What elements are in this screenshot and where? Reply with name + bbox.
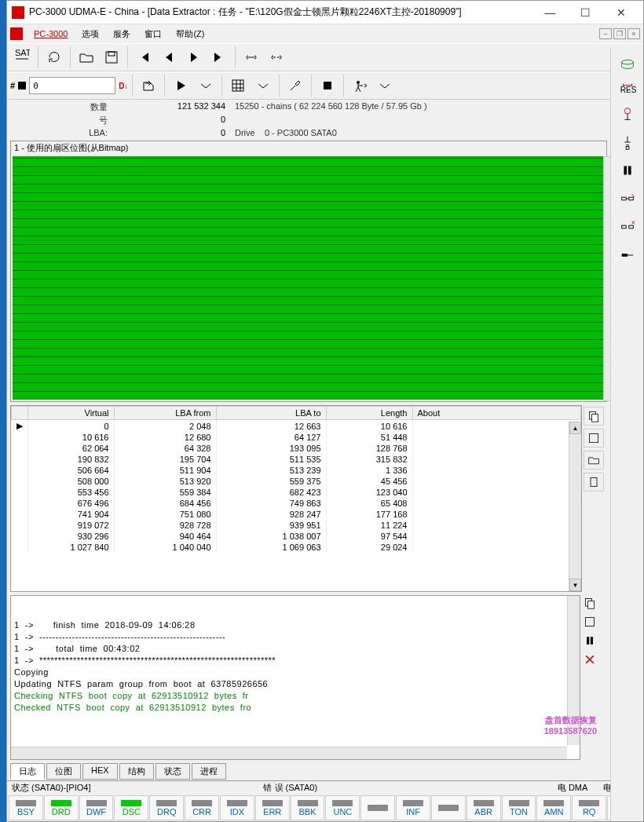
- menu-window[interactable]: 窗口: [138, 26, 168, 42]
- tab-hex[interactable]: HEX: [82, 763, 118, 780]
- svg-rect-14: [591, 637, 593, 645]
- col-about[interactable]: About: [412, 407, 581, 420]
- tools-button[interactable]: [284, 74, 307, 97]
- status-cell-drd: DRD: [44, 795, 79, 820]
- tab-log[interactable]: 日志: [10, 763, 45, 780]
- status-cell-label: BSY: [17, 807, 35, 817]
- col-length[interactable]: Length: [326, 407, 412, 420]
- next-button[interactable]: [182, 46, 206, 69]
- save-table-button[interactable]: [584, 429, 604, 448]
- doc-button[interactable]: [584, 473, 604, 491]
- tab-process[interactable]: 进程: [192, 763, 226, 780]
- log-line: 1 -> total time 00:43:02: [14, 643, 576, 655]
- col-lba-from[interactable]: LBA from: [114, 407, 216, 420]
- status-cell-label: TON: [510, 807, 528, 817]
- menu-help[interactable]: 帮助(Z): [170, 26, 210, 42]
- table-row[interactable]: 1 027 8401 040 0401 069 06329 024: [12, 542, 581, 553]
- pause2-button[interactable]: [615, 158, 640, 183]
- table-scrollbar[interactable]: ▲ ▼: [569, 422, 581, 591]
- col-lba-to[interactable]: LBA to: [216, 407, 326, 420]
- table-row[interactable]: 10 61612 68064 12751 448: [12, 432, 581, 443]
- svg-rect-22: [628, 197, 633, 200]
- status-cell-label: ERR: [263, 807, 281, 817]
- stop-button[interactable]: [316, 74, 339, 97]
- status-cell-unc: UNC: [325, 795, 360, 820]
- grid-button[interactable]: [226, 74, 250, 97]
- chain-button[interactable]: [615, 186, 640, 211]
- unchain-button[interactable]: [615, 214, 640, 239]
- grid-dropdown[interactable]: [251, 74, 275, 97]
- menu-services[interactable]: 服务: [107, 26, 137, 42]
- status-cell-label: UNC: [333, 807, 352, 817]
- scroll-down-icon[interactable]: ▼: [569, 579, 581, 591]
- connector-button[interactable]: [615, 243, 640, 268]
- log-save-button[interactable]: [584, 616, 606, 630]
- maximize-button[interactable]: ☐: [568, 2, 603, 24]
- status-cell-label: ABR: [474, 807, 492, 817]
- status-cell-amn: AMN: [536, 795, 571, 820]
- svg-rect-12: [585, 617, 594, 626]
- oscilloscope-button[interactable]: [615, 101, 640, 126]
- unlink-button[interactable]: [265, 46, 288, 69]
- link-button[interactable]: [240, 46, 263, 69]
- reset-button[interactable]: RESET: [615, 79, 640, 98]
- close-button[interactable]: ✕: [603, 2, 639, 24]
- bitmap-grid[interactable]: [13, 156, 605, 400]
- table-row[interactable]: ▶02 04812 66310 616: [12, 420, 581, 433]
- refresh-button[interactable]: [42, 46, 66, 69]
- status-light: [474, 800, 494, 806]
- table-row[interactable]: 676 496684 456749 86365 408: [12, 498, 581, 509]
- status-light: [509, 800, 529, 806]
- status-cell-ton: TON: [502, 795, 536, 820]
- status-err-label: 错 误 (SATA0): [263, 782, 317, 794]
- save-button[interactable]: [100, 46, 123, 69]
- copy-button[interactable]: [584, 407, 604, 426]
- table-row[interactable]: 930 296940 4641 038 00797 544: [12, 531, 581, 542]
- table-row[interactable]: 190 832195 704511 535315 832: [12, 454, 581, 465]
- info-bar: 数量 121 532 344 15250 - chains ( 62 224 5…: [7, 100, 610, 139]
- table-row[interactable]: 919 072928 728939 95111 224: [12, 520, 581, 531]
- power-button[interactable]: [615, 51, 640, 76]
- table-row[interactable]: 508 000513 920559 37545 456: [12, 476, 581, 487]
- last-button[interactable]: [207, 46, 231, 69]
- log-clear-button[interactable]: [584, 653, 606, 667]
- status-cell-inf: INF: [396, 795, 430, 820]
- table-row[interactable]: 741 904751 080928 247177 168: [12, 509, 581, 520]
- table-row[interactable]: 553 456559 384682 423123 040: [12, 487, 581, 498]
- open-button[interactable]: [75, 46, 98, 69]
- sector-table[interactable]: Virtual LBA from LBA to Length About ▶02…: [10, 405, 582, 592]
- scroll-up-icon[interactable]: ▲: [569, 422, 581, 434]
- play-dropdown[interactable]: [194, 74, 218, 97]
- mdi-restore-button[interactable]: ❐: [613, 28, 626, 39]
- log-scrollbar-h[interactable]: [11, 747, 567, 759]
- play-button[interactable]: [169, 74, 192, 97]
- tab-struct[interactable]: 结构: [119, 763, 154, 780]
- hash-input[interactable]: [29, 77, 115, 94]
- log-pause-button[interactable]: [584, 634, 606, 648]
- col-virtual[interactable]: Virtual: [27, 407, 114, 420]
- tab-bitmap[interactable]: 位图: [46, 763, 81, 780]
- sata0-button[interactable]: SATA0: [10, 46, 34, 69]
- menu-options[interactable]: 选项: [75, 26, 105, 42]
- log-scrollbar-v[interactable]: [567, 596, 580, 745]
- minimize-button[interactable]: —: [532, 2, 568, 24]
- menu-app[interactable]: PC-3000: [27, 27, 74, 41]
- exit-button[interactable]: [348, 74, 371, 97]
- status-dma-label: 电 DMA: [558, 782, 588, 794]
- tab-status[interactable]: 状态: [156, 763, 190, 780]
- mdi-close-button[interactable]: ×: [628, 28, 640, 39]
- export-button[interactable]: [137, 74, 160, 97]
- table-row[interactable]: 506 664511 904513 2391 336: [12, 465, 581, 476]
- svg-point-15: [621, 60, 633, 64]
- mdi-min-button[interactable]: –: [599, 28, 612, 39]
- log-panel[interactable]: 1 -> finish time 2018-09-09 14:06:281 ->…: [10, 595, 580, 760]
- first-button[interactable]: [132, 46, 156, 69]
- open-table-button[interactable]: [584, 451, 604, 469]
- table-row[interactable]: 62 06464 328193 095128 768: [12, 443, 581, 454]
- svg-rect-4: [324, 82, 331, 90]
- probe-button[interactable]: [615, 130, 640, 155]
- svg-rect-25: [621, 254, 627, 257]
- prev-button[interactable]: [157, 46, 181, 69]
- log-copy-button[interactable]: [584, 597, 606, 611]
- exit-dropdown[interactable]: [373, 74, 397, 97]
